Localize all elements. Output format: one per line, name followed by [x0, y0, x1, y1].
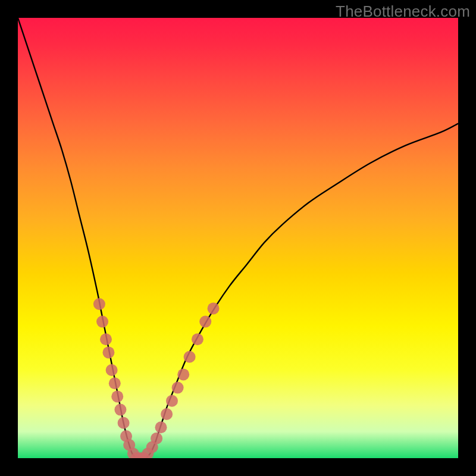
sample-marker [93, 298, 105, 310]
sample-marker [161, 408, 173, 420]
sample-marker [192, 333, 203, 345]
sample-markers [93, 298, 220, 458]
sample-marker [106, 364, 118, 376]
sample-marker [172, 382, 184, 394]
sample-marker [118, 417, 130, 429]
sample-marker [114, 404, 126, 416]
sample-marker [184, 351, 196, 363]
chart-svg [18, 18, 458, 458]
sample-marker [177, 368, 189, 380]
sample-marker [102, 346, 114, 358]
sample-marker [199, 316, 211, 328]
sample-marker [100, 333, 112, 345]
bottleneck-curve [18, 18, 458, 458]
plot-area [18, 18, 458, 458]
sample-marker [151, 433, 162, 444]
sample-marker [155, 421, 167, 433]
watermark-label: TheBottleneck.com [336, 2, 470, 21]
sample-marker [208, 302, 220, 314]
sample-marker [166, 395, 178, 407]
chart-frame: TheBottleneck.com [0, 0, 476, 476]
sample-marker [109, 377, 121, 389]
sample-marker [96, 316, 108, 328]
sample-marker [111, 390, 123, 402]
